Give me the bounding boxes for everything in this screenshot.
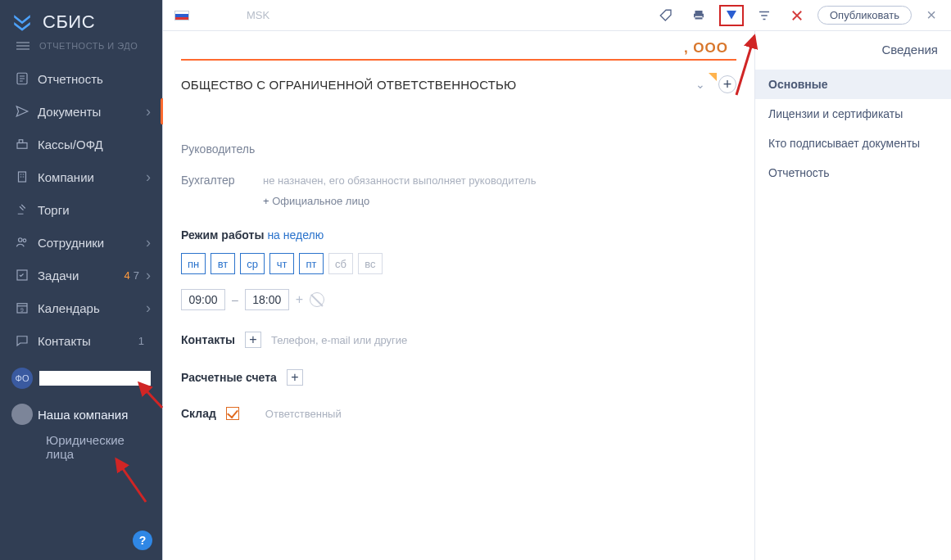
workmode-week-link[interactable]: на неделю [267, 228, 324, 242]
publish-button[interactable]: Опубликовать [817, 6, 912, 25]
director-label: Руководитель [181, 142, 263, 156]
sidebar-item-tasks[interactable]: Задачи 4 7 › [0, 259, 162, 291]
work-hours: 09:00 – 18:00 + [181, 289, 736, 310]
sidebar-item-label: Сотрудники [33, 236, 146, 250]
svg-text:9: 9 [20, 307, 24, 313]
add-official-button[interactable]: Официальное лицо [263, 195, 736, 207]
sidebar-item-label: Документы [33, 105, 146, 119]
accountant-note: не назначен, его обязанности выполняет р… [263, 174, 536, 187]
sidebar-item-our-company[interactable]: Наша компания [0, 398, 162, 431]
brand-title: СБИС [43, 11, 95, 33]
user-row[interactable]: ФО [0, 362, 162, 395]
contacts-row: Контакты + Телефон, e-mail или другие [181, 332, 736, 348]
add-time-range-icon[interactable]: + [296, 292, 303, 307]
svg-point-5 [23, 239, 26, 242]
sidebar-item-calendar[interactable]: 9 Календарь › [0, 291, 162, 324]
section-subtitle: ОТЧЕТНОСТЬ И ЭДО [39, 41, 138, 51]
main-area: MSK Опубликовать × , ООО ОБЩЕСТВО С ОГРА… [162, 0, 951, 560]
time-to-input[interactable]: 18:00 [245, 289, 289, 310]
stock-row: Склад Ответственный [181, 407, 736, 420]
tag-icon[interactable] [654, 5, 678, 26]
main-menu: Отчетность Документы › Кассы/ОФД Компани… [0, 62, 162, 357]
day-fri[interactable]: пт [299, 253, 324, 274]
calendar-icon: 9 [11, 300, 33, 315]
company-title-suffix: , ООО [684, 40, 728, 56]
report-icon [11, 71, 33, 86]
sidebar-item-label: Наша компания [33, 408, 151, 422]
workmode-row: Режим работы на неделю [181, 228, 736, 242]
day-thu[interactable]: чт [269, 253, 294, 274]
sidebar-item-contacts[interactable]: Контакты 1 [0, 324, 162, 357]
contacts-label: Контакты [181, 333, 235, 346]
sidebar-item-documents[interactable]: Документы › [0, 95, 162, 128]
cash-register-icon [11, 137, 33, 151]
chevron-right-icon: › [146, 169, 151, 186]
chevron-right-icon: › [146, 300, 151, 317]
time-from-input[interactable]: 09:00 [181, 289, 225, 310]
brand-logo-icon [11, 11, 33, 33]
timezone-label: MSK [247, 9, 269, 21]
workmode-label: Режим работы [181, 228, 264, 242]
brand: СБИС [0, 0, 162, 34]
send-down-icon[interactable] [719, 5, 744, 26]
stock-label: Склад [181, 407, 216, 420]
delete-icon[interactable] [785, 5, 809, 26]
building-icon [11, 169, 33, 184]
section-switcher[interactable]: ОТЧЕТНОСТЬ И ЭДО [0, 34, 162, 62]
weekday-picker: пн вт ср чт пт сб вс [181, 253, 736, 274]
sidebar-item-label: Юридические лица [41, 433, 151, 461]
accountant-label: Бухгалтер [181, 174, 263, 187]
accounts-row: Расчетные счета + [181, 369, 736, 386]
add-contact-button[interactable]: + [245, 332, 261, 348]
time-dash: – [232, 293, 238, 306]
add-account-button[interactable]: + [287, 369, 303, 386]
sidebar: СБИС ОТЧЕТНОСТЬ И ЭДО Отчетность Докумен… [0, 0, 162, 560]
svg-rect-3 [19, 172, 26, 182]
day-wed[interactable]: ср [240, 253, 265, 274]
day-tue[interactable]: вт [211, 253, 235, 274]
checklist-icon [11, 268, 33, 282]
people-icon [11, 235, 33, 250]
sidebar-item-label: Компании [33, 170, 146, 184]
right-panel-item-signers[interactable]: Кто подписывает документы [755, 129, 951, 158]
day-sat[interactable]: сб [328, 253, 353, 274]
right-panel-item-licenses[interactable]: Лицензии и сертификаты [755, 99, 951, 129]
chevron-right-icon: › [146, 267, 151, 284]
director-row: Руководитель [181, 142, 736, 156]
sidebar-item-employees[interactable]: Сотрудники › [0, 226, 162, 259]
sidebar-item-auctions[interactable]: Торги [0, 193, 162, 226]
day-sun[interactable]: вс [358, 253, 383, 274]
right-panel-item-reports[interactable]: Отчетность [755, 158, 951, 187]
stock-checkbox[interactable] [226, 407, 239, 420]
sidebar-item-companies[interactable]: Компании › [0, 160, 162, 193]
content: , ООО ОБЩЕСТВО С ОГРАНИЧЕННОЙ ОТВЕТСТВЕН… [163, 31, 754, 560]
chevron-right-icon: › [146, 103, 151, 120]
filter-lines-icon[interactable] [752, 5, 777, 26]
svg-rect-1 [17, 143, 27, 149]
menu-icon [16, 42, 29, 50]
sidebar-item-label: Кассы/ОФД [33, 138, 151, 151]
company-title-line[interactable]: , ООО [181, 38, 736, 61]
print-icon[interactable] [686, 5, 711, 26]
user-name-field [39, 371, 151, 386]
chevron-right-icon: › [146, 234, 151, 251]
contacts-hint: Телефон, e-mail или другие [271, 334, 407, 346]
badge-total: 7 [134, 269, 139, 282]
sidebar-item-cash[interactable]: Кассы/ОФД [0, 128, 162, 160]
right-panel-title: Сведения [755, 38, 951, 70]
sidebar-item-label: Календарь [33, 301, 146, 315]
company-avatar-icon [11, 404, 33, 425]
badge-new: 4 [125, 269, 130, 282]
close-icon[interactable]: × [920, 6, 943, 25]
day-mon[interactable]: пн [181, 253, 206, 274]
add-org-button[interactable]: + [718, 75, 736, 93]
help-button[interactable]: ? [133, 531, 152, 550]
sidebar-item-label: Контакты [33, 334, 138, 348]
right-panel-item-main[interactable]: Основные [755, 70, 951, 99]
sidebar-item-label: Отчетность [33, 72, 151, 86]
no-break-icon[interactable] [310, 292, 324, 307]
sidebar-item-legal-entities[interactable]: Юридические лица [0, 431, 162, 463]
country-flag-icon[interactable] [174, 11, 189, 20]
sidebar-item-reports[interactable]: Отчетность [0, 62, 162, 95]
right-panel: Сведения Основные Лицензии и сертификаты… [754, 31, 951, 560]
